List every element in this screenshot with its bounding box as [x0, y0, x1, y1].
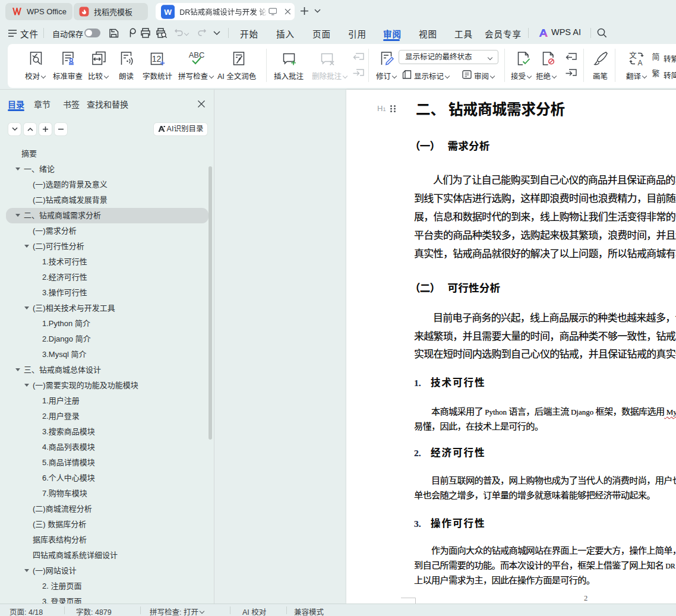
svg-text:文: 文 [629, 50, 637, 61]
svg-text:繁: 繁 [652, 68, 659, 78]
svg-text:W: W [164, 7, 172, 16]
svg-text:A: A [637, 59, 642, 67]
svg-text:简: 简 [652, 51, 659, 62]
svg-text:12: 12 [152, 54, 162, 64]
svg-text:ABC: ABC [189, 50, 205, 59]
